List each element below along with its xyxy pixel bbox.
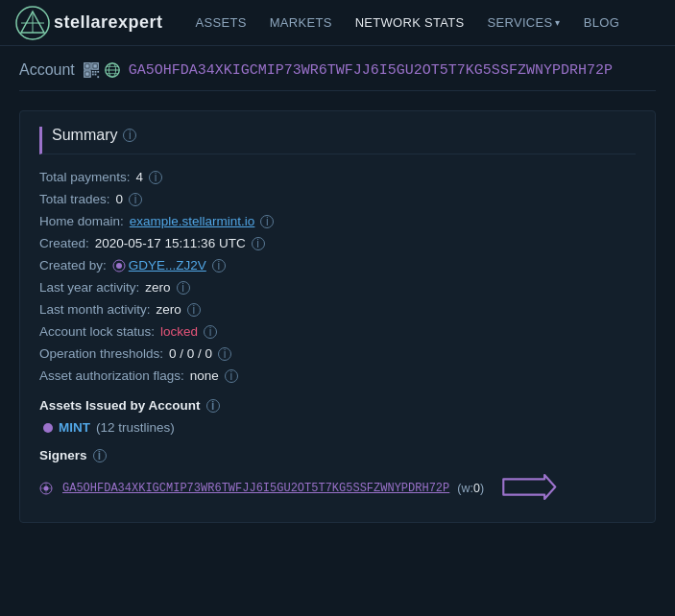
created-by-info-icon[interactable]: i — [212, 259, 226, 272]
domain-info-icon[interactable]: i — [260, 215, 274, 228]
created-info-icon[interactable]: i — [252, 237, 265, 250]
signers-title: Signers i — [39, 448, 636, 462]
summary-info-icon[interactable]: i — [123, 129, 136, 142]
arrow-icon — [499, 470, 557, 507]
main-content: Account — [0, 46, 675, 538]
svg-rect-13 — [94, 74, 96, 76]
trades-info-icon[interactable]: i — [129, 193, 142, 206]
stat-created: Created: 2020-05-17 15:11:36 UTC i — [39, 236, 636, 250]
svg-rect-14 — [97, 71, 99, 73]
account-icons — [83, 61, 121, 79]
stat-label-lock: Account lock status: — [39, 324, 155, 339]
stat-label-domain: Home domain: — [39, 214, 124, 228]
svg-rect-7 — [93, 64, 97, 68]
navbar: stellarexpert ASSETS MARKETS NETWORK STA… — [0, 0, 675, 46]
stat-lock-status: Account lock status: locked i — [39, 324, 636, 339]
signer-address[interactable]: GA5OHFDA34XKIGCMIP73WR6TWFJJ6I5GU2OT5T7K… — [62, 482, 449, 495]
services-chevron-icon: ▾ — [555, 17, 560, 28]
stat-total-payments: Total payments: 4 i — [39, 170, 636, 184]
stat-value-lock: locked — [160, 324, 198, 339]
payments-info-icon[interactable]: i — [149, 171, 162, 184]
stat-label-payments: Total payments: — [39, 170, 131, 184]
asset-name-mint[interactable]: MINT — [59, 420, 90, 435]
stat-value-last-year: zero — [145, 280, 170, 295]
stat-home-domain: Home domain: example.stellarmint.io i — [39, 214, 636, 228]
stat-label-auth-flags: Asset authorization flags: — [39, 368, 184, 383]
stat-value-created: 2020-05-17 15:11:36 UTC — [95, 236, 246, 250]
stat-value-last-month: zero — [157, 302, 181, 317]
stat-label-trades: Total trades: — [39, 192, 110, 206]
stat-value-thresholds: 0 / 0 / 0 — [169, 346, 212, 361]
asset-dot-mint — [43, 423, 53, 433]
signer-icon — [39, 482, 53, 495]
account-label: Account — [19, 61, 75, 79]
stat-value-domain[interactable]: example.stellarmint.io — [130, 214, 255, 228]
last-month-info-icon[interactable]: i — [187, 303, 201, 317]
stat-label-thresholds: Operation thresholds: — [39, 346, 163, 361]
lock-info-icon[interactable]: i — [204, 325, 217, 339]
nav-services[interactable]: SERVICES ▾ — [478, 12, 570, 34]
stat-last-year: Last year activity: zero i — [39, 280, 636, 295]
created-by-icon — [112, 259, 126, 272]
auth-flags-info-icon[interactable]: i — [225, 369, 238, 383]
stat-value-auth-flags: none — [190, 368, 219, 383]
signer-weight: (w:0) — [457, 482, 484, 495]
summary-title: Summary i — [39, 127, 636, 154]
stat-label-created: Created: — [39, 236, 89, 250]
assets-issued-title: Assets Issued by Account i — [39, 398, 636, 413]
svg-rect-10 — [92, 71, 94, 73]
nav-assets[interactable]: ASSETS — [186, 12, 256, 34]
stats-grid: Total payments: 4 i Total trades: 0 i Ho… — [39, 170, 636, 383]
brand-logo-link[interactable]: stellarexpert — [15, 6, 163, 40]
stat-last-month: Last month activity: zero i — [39, 302, 636, 317]
thresholds-info-icon[interactable]: i — [218, 347, 231, 361]
svg-rect-15 — [97, 76, 99, 78]
svg-marker-27 — [503, 475, 555, 499]
stat-thresholds: Operation thresholds: 0 / 0 / 0 i — [39, 346, 636, 361]
stat-label-last-month: Last month activity: — [39, 302, 151, 317]
stat-value-trades: 0 — [116, 192, 124, 206]
last-year-info-icon[interactable]: i — [177, 281, 190, 295]
federation-icon[interactable] — [104, 61, 121, 79]
stat-total-trades: Total trades: 0 i — [39, 192, 636, 206]
signers-info-icon[interactable]: i — [93, 449, 107, 462]
stat-value-created-by[interactable]: GDYE...ZJ2V — [112, 258, 206, 272]
brand-name: stellarexpert — [54, 12, 163, 33]
stat-auth-flags: Asset authorization flags: none i — [39, 368, 636, 383]
signers-section: Signers i GA5OHFDA34XKIGCMIP73WR6TWFJJ6I… — [39, 448, 636, 507]
asset-trustlines-mint: (12 trustlines) — [96, 420, 175, 435]
svg-rect-12 — [92, 74, 94, 76]
assets-issued-info-icon[interactable]: i — [206, 399, 220, 413]
stat-label-last-year: Last year activity: — [39, 280, 139, 295]
account-header: Account — [19, 61, 656, 91]
svg-rect-9 — [85, 72, 89, 76]
nav-markets[interactable]: MARKETS — [260, 12, 342, 34]
qr-icon[interactable] — [83, 61, 100, 79]
svg-rect-5 — [85, 64, 89, 68]
nav-links: ASSETS MARKETS NETWORK STATS SERVICES ▾ … — [186, 12, 630, 34]
stat-label-created-by: Created by: — [39, 258, 107, 272]
svg-rect-11 — [94, 71, 96, 73]
signer-row: GA5OHFDA34XKIGCMIP73WR6TWFJJ6I5GU2OT5T7K… — [39, 470, 636, 507]
svg-point-22 — [116, 263, 122, 269]
account-address[interactable]: GA5OHFDA34XKIGCMIP73WR6TWFJJ6I5GU2OT5T7K… — [129, 62, 613, 79]
stat-created-by: Created by: GDYE...ZJ2V i — [39, 258, 636, 272]
stat-value-payments: 4 — [136, 170, 144, 184]
asset-item-mint: MINT (12 trustlines) — [39, 420, 636, 435]
nav-blog[interactable]: BLOG — [574, 12, 629, 34]
summary-section: Summary i Total payments: 4 i Total trad… — [19, 110, 656, 523]
nav-network-stats[interactable]: NETWORK STATS — [346, 12, 474, 34]
